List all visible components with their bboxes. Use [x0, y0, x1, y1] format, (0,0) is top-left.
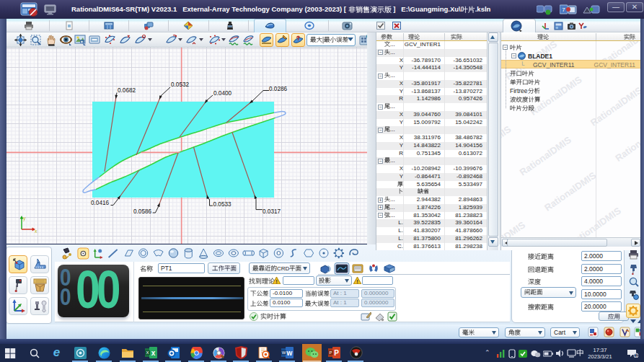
svg-text:0.0532: 0.0532 — [171, 81, 189, 88]
svg-text:!: ! — [356, 278, 358, 284]
svg-text:!: ! — [275, 278, 278, 284]
svg-text:X: X — [146, 350, 149, 355]
svg-text:0.0400: 0.0400 — [213, 90, 231, 97]
svg-text:x: x — [151, 349, 156, 357]
svg-text:0.0286: 0.0286 — [269, 86, 287, 92]
svg-text:P: P — [334, 349, 339, 357]
svg-text:0.0682: 0.0682 — [118, 87, 136, 94]
svg-text:0.0416: 0.0416 — [91, 200, 109, 206]
svg-text:P: P — [329, 350, 332, 355]
svg-text:0.0586: 0.0586 — [133, 208, 151, 215]
svg-text:y: y — [23, 216, 26, 221]
svg-text:7: 7 — [562, 6, 565, 13]
svg-text:0.0533: 0.0533 — [213, 201, 231, 208]
svg-text:0.0317: 0.0317 — [263, 208, 281, 215]
svg-text:x: x — [35, 229, 38, 234]
svg-text:w: w — [286, 349, 293, 357]
svg-text:W: W — [282, 350, 286, 355]
